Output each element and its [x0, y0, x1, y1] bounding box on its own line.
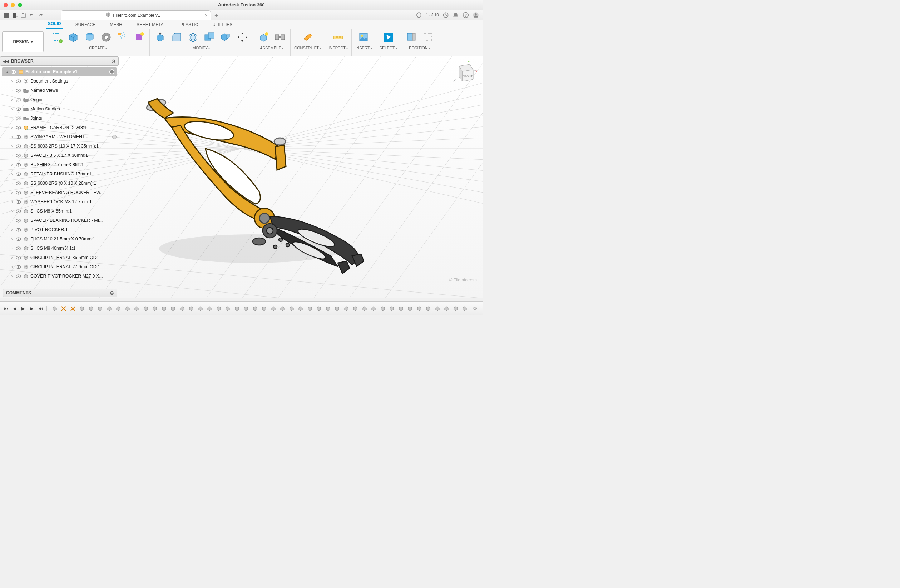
- timeline-feature[interactable]: [407, 305, 414, 312]
- expand-icon[interactable]: ▷: [10, 144, 14, 148]
- visibility-icon[interactable]: [16, 134, 21, 140]
- visibility-icon[interactable]: [16, 245, 21, 251]
- timeline-feature[interactable]: [61, 305, 68, 312]
- timeline-feature[interactable]: [443, 305, 450, 312]
- timeline-feature[interactable]: [142, 305, 149, 312]
- timeline-feature[interactable]: [370, 305, 377, 312]
- ribbon-group-position-label[interactable]: POSITION: [409, 45, 430, 50]
- expand-icon[interactable]: ▷: [10, 200, 14, 204]
- close-window-button[interactable]: [3, 3, 8, 7]
- tree-item[interactable]: ▷Origin: [2, 95, 116, 104]
- timeline-feature[interactable]: [243, 305, 250, 312]
- timeline-feature[interactable]: [279, 305, 286, 312]
- panel-options-icon[interactable]: ⊙: [111, 58, 115, 64]
- visibility-icon[interactable]: [16, 115, 21, 121]
- fillet-icon[interactable]: [170, 30, 183, 44]
- tree-item[interactable]: ▷WASHER LOCK M8 12.7mm:1: [2, 197, 116, 206]
- ribbon-group-modify-label[interactable]: MODIFY: [192, 45, 210, 50]
- timeline-feature[interactable]: [461, 305, 469, 312]
- maximize-window-button[interactable]: [18, 3, 22, 7]
- visibility-icon[interactable]: [16, 227, 21, 232]
- ribbon-tab-mesh[interactable]: MESH: [108, 21, 124, 29]
- timeline-feature[interactable]: [79, 305, 86, 312]
- timeline-feature[interactable]: [179, 305, 186, 312]
- visibility-icon[interactable]: [10, 69, 16, 75]
- tree-item[interactable]: ▷PIVOT ROCKER:1: [2, 225, 116, 234]
- timeline-feature[interactable]: [69, 305, 76, 312]
- timeline-feature[interactable]: [51, 305, 58, 312]
- visibility-icon[interactable]: [16, 180, 21, 186]
- help-icon[interactable]: ?: [462, 12, 469, 18]
- ribbon-group-assemble-label[interactable]: ASSEMBLE: [260, 45, 284, 50]
- visibility-icon[interactable]: [16, 97, 21, 102]
- redo-icon[interactable]: [37, 12, 43, 18]
- tree-item[interactable]: ▷SPACER 3.5 X 17 X 30mm:1: [2, 151, 116, 160]
- tree-item[interactable]: ▷SHCS M8 40mm X 1:1: [2, 244, 116, 253]
- timeline-feature[interactable]: [88, 305, 95, 312]
- user-avatar-icon[interactable]: [473, 12, 479, 18]
- ribbon-group-construct-label[interactable]: CONSTRUCT: [294, 45, 321, 50]
- expand-icon[interactable]: ▷: [10, 163, 14, 167]
- select-icon[interactable]: [382, 30, 395, 44]
- expand-icon[interactable]: ▷: [10, 172, 14, 176]
- new-component-icon[interactable]: [257, 30, 270, 44]
- close-tab-icon[interactable]: ×: [205, 12, 208, 18]
- revolve-icon[interactable]: [99, 30, 113, 44]
- tree-item[interactable]: ▷Joints: [2, 114, 116, 123]
- timeline-next-icon[interactable]: ▶: [29, 306, 35, 311]
- timeline-feature[interactable]: [251, 305, 259, 312]
- document-tab[interactable]: FileInfo.com Example v1 ×: [61, 10, 211, 20]
- data-panel-icon[interactable]: [3, 12, 9, 18]
- timeline-feature[interactable]: [170, 305, 177, 312]
- timeline-feature[interactable]: [197, 305, 204, 312]
- tree-item[interactable]: ▷RETAINER BUSHING 17mm:1: [2, 169, 116, 179]
- expand-icon[interactable]: ▷: [10, 265, 14, 269]
- visibility-icon[interactable]: [16, 236, 21, 242]
- extrude-icon[interactable]: [83, 30, 96, 44]
- visibility-icon[interactable]: [16, 106, 21, 112]
- timeline-feature[interactable]: [160, 305, 168, 312]
- expand-icon[interactable]: ▷: [10, 191, 14, 194]
- timeline-feature[interactable]: [215, 305, 222, 312]
- timeline-end-icon[interactable]: ⏭: [37, 306, 43, 311]
- ribbon-tab-utilities[interactable]: UTILITIES: [211, 21, 234, 29]
- undo-icon[interactable]: [29, 12, 35, 18]
- visibility-icon[interactable]: [16, 78, 21, 84]
- ribbon-tab-sheetmetal[interactable]: SHEET METAL: [135, 21, 167, 29]
- expand-icon[interactable]: ▷: [10, 246, 14, 250]
- file-menu-icon[interactable]: ▾: [11, 12, 18, 18]
- tree-item[interactable]: ▷BUSHING - 17mm X 85L:1: [2, 160, 116, 169]
- timeline-feature[interactable]: [115, 305, 122, 312]
- ribbon-tab-plastic[interactable]: PLASTIC: [179, 21, 199, 29]
- collapse-panel-icon[interactable]: ◀◀: [3, 59, 9, 63]
- timeline-feature[interactable]: [452, 305, 459, 312]
- visibility-icon[interactable]: [16, 162, 21, 167]
- visibility-icon[interactable]: [16, 208, 21, 214]
- visibility-icon[interactable]: [16, 199, 21, 205]
- timeline-feature[interactable]: [316, 305, 323, 312]
- joint-icon[interactable]: [273, 30, 287, 44]
- visibility-icon[interactable]: [16, 143, 21, 149]
- ribbon-group-select-label[interactable]: SELECT: [380, 45, 397, 50]
- timeline-feature[interactable]: [361, 305, 368, 312]
- tree-item[interactable]: ▷FHCS M10 21.5mm X 0.70mm:1: [2, 234, 116, 244]
- timeline-feature[interactable]: [425, 305, 432, 312]
- timeline-feature[interactable]: [388, 305, 396, 312]
- ribbon-group-create-label[interactable]: CREATE: [89, 45, 107, 50]
- timeline-feature[interactable]: [324, 305, 332, 312]
- clock-icon[interactable]: [442, 12, 449, 18]
- timeline-settings-icon[interactable]: ⚙: [470, 305, 479, 312]
- timeline-feature[interactable]: [379, 305, 386, 312]
- timeline-feature[interactable]: [352, 305, 359, 312]
- timeline-feature[interactable]: [306, 305, 313, 312]
- timeline-feature[interactable]: [152, 305, 159, 312]
- tree-item[interactable]: ▷Named Views: [2, 86, 116, 95]
- tree-item[interactable]: ▷SLEEVE BEARING ROCKER - FW...: [2, 188, 116, 197]
- visibility-icon[interactable]: [16, 153, 21, 158]
- tree-item[interactable]: ▷COVER PIVOT ROCKER M27.9 X...: [2, 271, 116, 281]
- expand-icon[interactable]: ▷: [10, 107, 14, 111]
- extensions-icon[interactable]: [416, 12, 422, 18]
- timeline-feature[interactable]: [188, 305, 195, 312]
- radio-icon[interactable]: [109, 69, 114, 74]
- comments-panel-header[interactable]: COMMENTS ⊕: [3, 289, 117, 297]
